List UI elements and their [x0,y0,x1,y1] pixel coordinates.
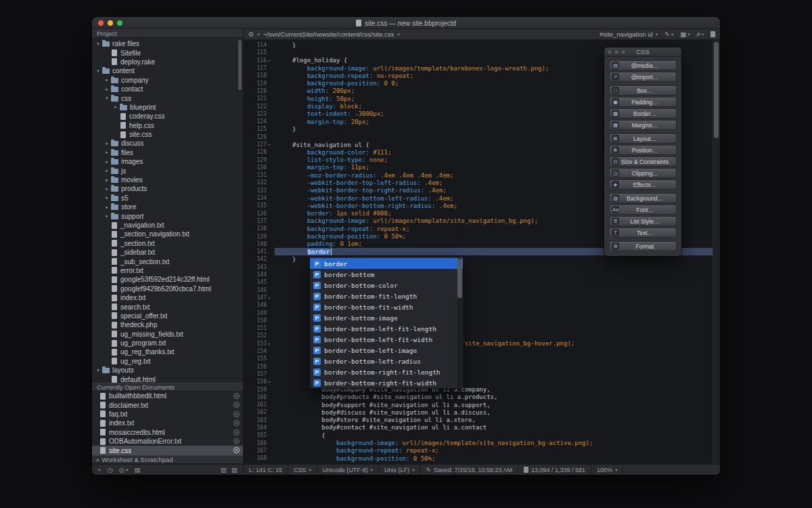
autocomplete-item[interactable]: Pborder-bottom-fit-length [310,291,463,301]
close-document-icon[interactable]: × [233,411,240,417]
tree-item[interactable]: ▸support [92,211,243,220]
palette-button-size-constraints[interactable]: ⊡Size & Constraints… [609,156,677,167]
open-document-item[interactable]: ODBAutomationError.txt× [92,437,243,446]
print-button[interactable]: ▤ [134,466,140,473]
disclosure-closed-icon[interactable]: ▸ [104,159,110,165]
fold-marker-icon[interactable]: ▾ [267,341,275,346]
autocomplete-item[interactable]: Pborder-bottom-right-fit-width [310,377,463,388]
tree-item[interactable]: _navigation.txt [92,221,243,230]
palette-button-media[interactable]: ▤@media… [609,60,677,70]
palette-button-import[interactable]: ↗@import… [609,72,677,82]
autocomplete-item[interactable]: Pborder-bottom-color [310,280,463,291]
palette-title-bar[interactable]: CSS [604,47,681,57]
disclosure-open-icon[interactable]: ▾ [95,68,102,74]
split-view-button[interactable]: ▥ [221,466,227,473]
palette-button-clipping[interactable]: ◳Clipping… [609,168,677,178]
tree-item[interactable]: ug_reg.txt [92,357,243,366]
disclosure-closed-icon[interactable]: ▸ [104,186,110,192]
zoom-window-button[interactable] [117,20,122,26]
file-tree[interactable]: ▾rake filesSitefiledeploy.rake▾content▸c… [92,38,243,383]
tree-item[interactable]: special_offer.txt [92,312,243,320]
tree-item[interactable]: ug_missing_fields.txt [92,330,243,339]
palette-button-box[interactable]: □Box… [609,85,677,96]
disclosure-closed-icon[interactable]: ▸ [104,141,110,146]
tree-item[interactable]: ▾layouts [92,366,243,375]
pencil-icon[interactable]: ✎ [664,30,670,38]
tree-item[interactable]: _section_navigation.txt [92,230,243,238]
zoom-menu[interactable]: 100% ▾ [591,465,623,475]
autocomplete-scrollbar[interactable] [457,258,462,387]
open-documents-header[interactable]: Currently Open Documents [92,383,243,391]
tree-item[interactable]: _sidebar.txt [92,248,243,257]
close-document-icon[interactable]: × [233,429,240,436]
open-document-item[interactable]: site.css× [92,446,243,454]
open-document-item[interactable]: index.txt× [92,419,243,427]
close-document-icon[interactable]: × [233,420,240,426]
add-button[interactable]: + [97,466,102,473]
tree-item[interactable]: index.txt [92,293,243,302]
tree-item[interactable]: ▸contact [92,85,243,93]
tree-item[interactable]: _section.txt [92,239,243,248]
clock-button[interactable]: ◷ [108,466,113,473]
tree-item[interactable]: deploy.rake [92,58,243,66]
disclosure-closed-icon[interactable]: ▸ [112,104,119,110]
open-document-item[interactable]: builtwithbbedit.html× [92,391,243,400]
disclosure-closed-icon[interactable]: ▸ [104,195,110,200]
editor-scrollbar-thumb[interactable] [714,42,719,138]
tree-item[interactable]: site.css [92,130,243,139]
disclosure-closed-icon[interactable]: ▸ [104,168,110,173]
fold-marker-icon[interactable]: ▾ [267,58,275,63]
close-document-icon[interactable]: × [233,447,240,453]
tree-item[interactable]: ▸discuss [92,139,243,148]
palette-close-button[interactable] [608,50,612,54]
encoding-menu[interactable]: Unicode (UTF-8) ▾ [317,465,379,475]
editor-scrollbar[interactable] [713,40,720,464]
gear-icon[interactable]: ⚙ [248,30,254,38]
tree-item[interactable]: ▾content [92,66,243,75]
drawer-button[interactable]: ▧ [231,466,238,473]
fold-marker-icon[interactable]: ▾ [267,142,275,147]
tree-item[interactable]: google53f592ed214c32ff.html [92,275,243,284]
tree-item[interactable]: ▸s5 [92,194,243,203]
close-document-icon[interactable]: × [233,393,240,399]
file-path-menu[interactable]: ~/svn/CurrentSite/newsite/content/css/si… [263,30,394,38]
search-button[interactable]: ◎▾ [119,466,129,473]
tree-item[interactable]: coderay.css [92,112,243,121]
disclosure-open-icon[interactable]: ▾ [104,96,110,101]
tree-item[interactable]: ▸movies [92,175,243,184]
language-menu[interactable]: CSS ▾ [288,465,317,475]
disclosure-open-icon[interactable]: ▾ [95,368,102,373]
autocomplete-item[interactable]: Pborder [310,258,463,269]
palette-button-format[interactable]: ⚙Format [609,241,677,251]
open-document-item[interactable]: disclaimer.txt× [92,400,243,409]
tree-item[interactable]: thedeck.php [92,320,243,329]
autocomplete-item[interactable]: Pborder-bottom-image [310,312,463,323]
tree-item[interactable]: ug_reg_thanks.txt [92,347,243,356]
autocomplete-item[interactable]: Pborder-bottom-left-image [310,345,463,356]
autocomplete-item[interactable]: Pborder-bottom-left-fit-width [310,334,463,345]
includes-icon[interactable]: ▦ [680,30,686,38]
tree-item[interactable]: ▸blueprint [92,103,243,112]
tree-item[interactable]: ▾css [92,93,243,102]
marker-hash-icon[interactable]: # [696,30,700,38]
tree-item[interactable]: _sub_section.txt [92,257,243,266]
palette-button-border[interactable]: ▩Border… [609,108,677,119]
sidebar-scrollbar-thumb[interactable] [238,40,242,90]
autocomplete-item[interactable]: Pborder-bottom [310,269,463,280]
disclosure-closed-icon[interactable]: ▸ [104,177,110,183]
tree-item[interactable]: ▾rake files [92,39,243,48]
palette-button-position[interactable]: ⊕Position… [609,145,677,155]
disclosure-closed-icon[interactable]: ▸ [104,205,110,210]
autocomplete-item[interactable]: Pborder-bottom-fit-width [310,301,463,312]
disclosure-open-icon[interactable]: ▾ [95,41,102,47]
palette-button-font[interactable]: AaFont… [609,205,677,215]
tree-item[interactable]: ▸store [92,203,243,211]
open-document-item[interactable]: mosaiccredits.html× [92,428,243,437]
autocomplete-item[interactable]: Pborder-bottom-left-radius [310,356,463,366]
disclosure-closed-icon[interactable]: ▸ [97,457,99,463]
close-document-icon[interactable]: × [233,402,240,408]
palette-button-list-style[interactable]: ≣List Style… [609,216,677,226]
tree-item[interactable]: googlef9429b520f0cbca7.html [92,284,243,293]
palette-button-background[interactable]: ▨Background… [609,193,677,203]
project-header[interactable]: Project [92,29,243,38]
